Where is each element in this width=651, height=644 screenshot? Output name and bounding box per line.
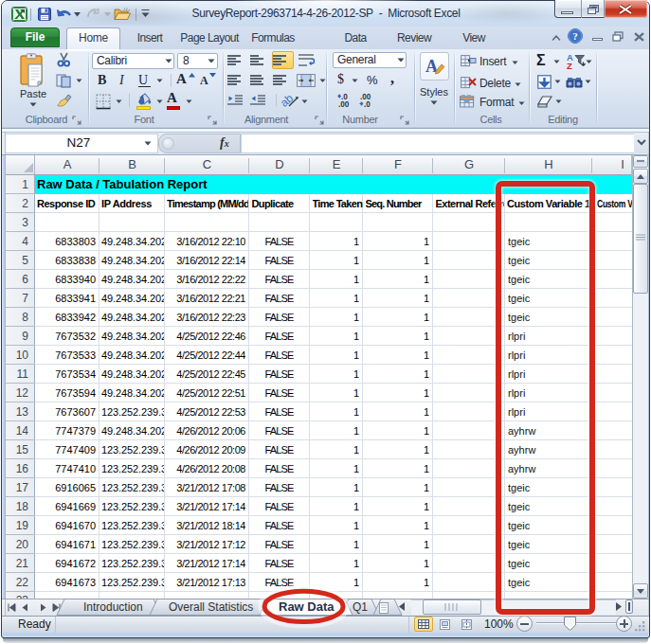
- svg-text:.00: .00: [338, 100, 350, 109]
- svg-text:?: ?: [572, 30, 578, 42]
- svg-text:Z: Z: [567, 61, 572, 71]
- svg-text:.0: .0: [364, 100, 371, 109]
